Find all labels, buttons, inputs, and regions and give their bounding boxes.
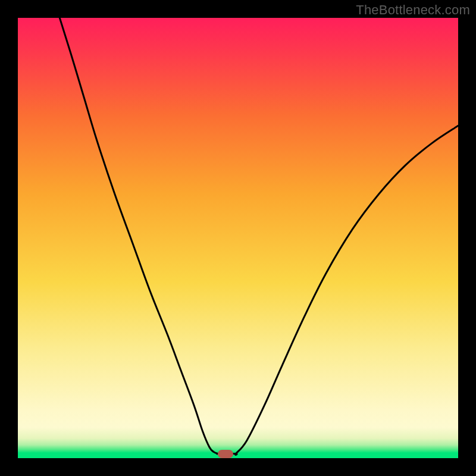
optimal-marker: [218, 450, 233, 458]
watermark-text: TheBottleneck.com: [356, 2, 470, 18]
chart-frame: TheBottleneck.com: [0, 0, 476, 476]
background-gradient: [18, 18, 458, 458]
plot-area: [18, 18, 458, 458]
